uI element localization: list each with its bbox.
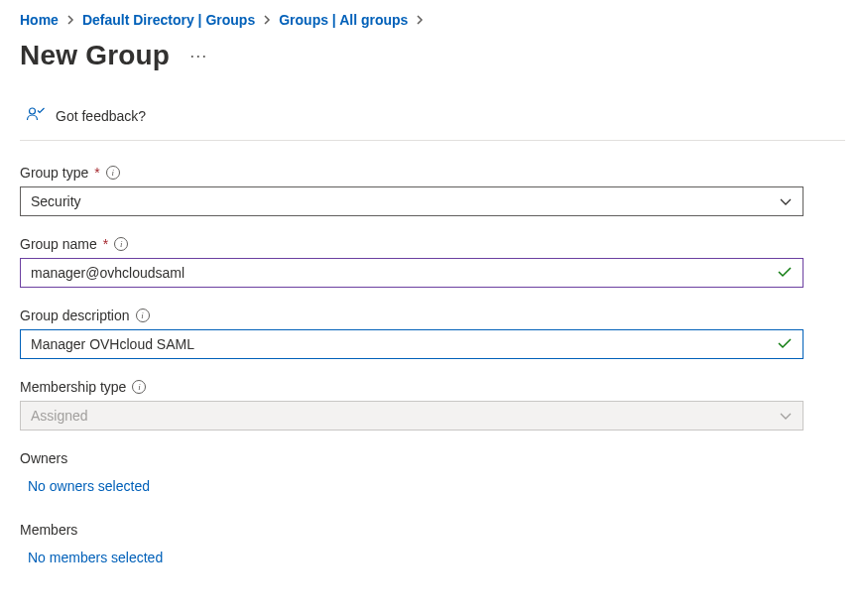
membership-type-field: Membership type i Assigned (20, 379, 845, 431)
group-description-label: Group description (20, 308, 130, 323)
owners-link[interactable]: No owners selected (20, 478, 150, 494)
info-icon[interactable]: i (132, 380, 146, 394)
membership-type-label: Membership type (20, 379, 126, 395)
members-heading: Members (20, 522, 845, 538)
feedback-icon (26, 105, 46, 126)
membership-type-value: Assigned (31, 408, 88, 424)
chevron-right-icon (416, 12, 424, 28)
page-title: New Group (20, 40, 170, 71)
check-icon (777, 265, 793, 281)
group-name-input[interactable]: manager@ovhcloudsaml (20, 258, 803, 288)
more-actions-button[interactable]: ··· (189, 47, 207, 64)
chevron-down-icon (779, 193, 793, 209)
group-name-label: Group name (20, 236, 97, 252)
command-bar: Got feedback? (20, 105, 845, 141)
required-indicator: * (103, 236, 108, 252)
breadcrumb: Home Default Directory | Groups Groups |… (20, 8, 845, 36)
chevron-right-icon (263, 12, 271, 28)
breadcrumb-directory[interactable]: Default Directory | Groups (82, 12, 255, 28)
feedback-button[interactable]: Got feedback? (56, 108, 146, 124)
group-name-value: manager@ovhcloudsaml (31, 265, 185, 281)
group-description-value: Manager OVHcloud SAML (31, 336, 194, 352)
required-indicator: * (94, 165, 99, 181)
group-type-dropdown[interactable]: Security (20, 186, 803, 216)
owners-heading: Owners (20, 450, 845, 466)
group-type-label: Group type (20, 165, 88, 181)
svg-point-0 (30, 108, 36, 114)
check-icon (777, 336, 793, 352)
info-icon[interactable]: i (106, 166, 120, 180)
group-type-field: Group type * i Security (20, 165, 845, 216)
breadcrumb-home[interactable]: Home (20, 12, 59, 28)
members-link[interactable]: No members selected (20, 550, 163, 565)
breadcrumb-groups[interactable]: Groups | All groups (279, 12, 408, 28)
group-description-input[interactable]: Manager OVHcloud SAML (20, 329, 803, 359)
group-name-field: Group name * i manager@ovhcloudsaml (20, 236, 845, 288)
chevron-right-icon (66, 12, 74, 28)
chevron-down-icon (779, 408, 793, 424)
info-icon[interactable]: i (114, 237, 128, 251)
group-description-field: Group description i Manager OVHcloud SAM… (20, 308, 845, 359)
membership-type-dropdown: Assigned (20, 401, 803, 431)
group-type-value: Security (31, 193, 81, 209)
info-icon[interactable]: i (136, 308, 150, 322)
